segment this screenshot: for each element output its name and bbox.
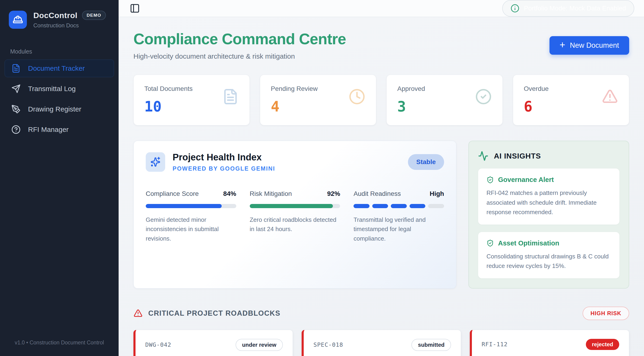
middle-row: Project Health Index POWERED BY GOOGLE G… — [134, 141, 629, 288]
app-title: DocControl — [33, 11, 77, 20]
plus-icon: + — [560, 40, 566, 50]
page-title: Compliance Command Centre — [134, 30, 346, 48]
metric-name: Compliance Score — [146, 190, 199, 197]
audit-segment — [428, 204, 444, 208]
ai-insights-panel: AI INSIGHTS Governance Alert — [468, 141, 629, 288]
new-document-label: New Document — [570, 41, 619, 50]
file-text-icon — [222, 85, 239, 115]
sidebar-item-drawing-register[interactable]: Drawing Register — [5, 100, 114, 118]
health-status-badge: Stable — [408, 154, 444, 170]
metric-name: Audit Readiness — [354, 190, 401, 197]
progress-track — [146, 204, 236, 208]
progress-fill — [146, 204, 222, 208]
brand: DocControl DEMO Construction Docs — [0, 0, 118, 37]
sidebar-item-document-tracker[interactable]: Document Tracker — [5, 60, 114, 77]
pen-tool-icon — [11, 105, 20, 114]
sidebar-nav: Document Tracker Transmittal Log — [0, 60, 118, 138]
alert-triangle-icon — [134, 309, 143, 318]
ai-card-title: Governance Alert — [498, 176, 554, 184]
stat-cards-row: Total Documents 10 Pending Review 4 — [134, 75, 629, 125]
topbar: Portfolio Mode: Mock Data Enabled — [118, 0, 644, 17]
sidebar-item-label: Drawing Register — [28, 105, 81, 113]
panel-left-icon — [130, 3, 140, 14]
modules-section-label: Modules — [0, 37, 118, 60]
sidebar-toggle-button[interactable] — [128, 2, 141, 15]
project-health-panel: Project Health Index POWERED BY GOOGLE G… — [134, 141, 456, 288]
send-icon — [11, 84, 20, 93]
sidebar-item-rfi-manager[interactable]: RFI Manager — [5, 121, 114, 138]
roadblocks-title: CRITICAL PROJECT ROADBLOCKS — [148, 309, 280, 317]
stat-card-overdue: Overdue 6 — [513, 75, 629, 125]
app-subtitle: Construction Docs — [33, 22, 106, 29]
main-area: Portfolio Mode: Mock Data Enabled Compli… — [118, 0, 644, 356]
audit-segment — [354, 204, 370, 208]
health-powered-by: POWERED BY GOOGLE GEMINI — [172, 165, 275, 172]
stat-label: Approved — [397, 85, 425, 93]
metric-description: Gemini detected minor inconsistencies in… — [146, 215, 236, 243]
ai-insight-card-asset-optimisation: Asset Optimisation Consolidating structu… — [478, 232, 620, 278]
metric-value: High — [430, 190, 444, 197]
health-title: Project Health Index — [172, 152, 275, 162]
audit-segment — [372, 204, 388, 208]
stat-label: Overdue — [524, 85, 548, 93]
progress-fill — [250, 204, 333, 208]
ai-card-body: RFI-042 matches a pattern previously ass… — [486, 188, 611, 217]
portfolio-mode-text: Portfolio Mode: Mock Data Enabled — [524, 5, 626, 12]
new-document-button[interactable]: + New Document — [550, 36, 629, 55]
brand-text: DocControl DEMO Construction Docs — [33, 11, 106, 29]
sidebar-item-label: Transmittal Log — [28, 85, 76, 93]
sidebar-footer-version: v1.0 • Construction Document Control — [0, 329, 118, 356]
demo-badge: DEMO — [82, 11, 106, 20]
help-circle-icon — [11, 125, 20, 134]
sidebar-item-label: Document Tracker — [28, 65, 85, 72]
sidebar-item-transmittal-log[interactable]: Transmittal Log — [5, 80, 114, 98]
metric-value: 84% — [223, 190, 236, 197]
clock-icon — [349, 85, 365, 115]
check-circle-icon — [475, 85, 492, 115]
progress-track — [250, 204, 340, 208]
stat-card-approved: Approved 3 — [386, 75, 503, 125]
roadblock-card-spec-018[interactable]: SPEC-018 submitted Waterproofing Membran… — [302, 330, 461, 356]
file-text-icon — [11, 64, 20, 73]
hard-hat-icon — [9, 11, 27, 29]
activity-icon — [478, 151, 488, 161]
portfolio-mode-pill: Portfolio Mode: Mock Data Enabled — [502, 0, 634, 17]
app-root: DocControl DEMO Construction Docs Module… — [0, 0, 644, 356]
ai-card-title: Asset Optimisation — [498, 239, 559, 247]
stat-card-pending-review: Pending Review 4 — [260, 75, 376, 125]
metric-description: Zero critical roadblocks detected in las… — [250, 215, 340, 234]
health-metrics: Compliance Score 84% Gemini detected min… — [146, 190, 444, 243]
metric-value: 92% — [327, 190, 340, 197]
document-id: DWG-042 — [145, 341, 171, 348]
page-header: Compliance Command Centre High-velocity … — [134, 30, 629, 60]
stat-label: Total Documents — [144, 85, 193, 93]
alert-triangle-icon — [602, 85, 618, 115]
sidebar: DocControl DEMO Construction Docs Module… — [0, 0, 118, 356]
stat-value: 10 — [144, 98, 193, 115]
document-id: RFI-112 — [482, 341, 508, 348]
ai-card-body: Consolidating structural drawings B & C … — [486, 252, 611, 271]
metric-risk-mitigation: Risk Mitigation 92% Zero critical roadbl… — [250, 190, 340, 243]
status-badge: under review — [236, 339, 283, 351]
stat-card-total-documents: Total Documents 10 — [134, 75, 250, 125]
status-badge: submitted — [412, 339, 451, 351]
ai-insights-title: AI INSIGHTS — [494, 152, 541, 160]
stat-value: 3 — [397, 98, 425, 115]
stat-value: 4 — [271, 98, 318, 115]
audit-segments — [354, 204, 444, 208]
page-header-text: Compliance Command Centre High-velocity … — [134, 30, 346, 60]
status-badge: rejected — [586, 339, 619, 350]
roadblocks-header: CRITICAL PROJECT ROADBLOCKS HIGH RISK — [134, 307, 629, 320]
roadblock-card-rfi-112[interactable]: RFI-112 rejected Steel Connection Detail… — [470, 330, 629, 356]
page-content: Compliance Command Centre High-velocity … — [118, 17, 644, 356]
ai-insight-card-governance: Governance Alert RFI-042 matches a patte… — [478, 169, 620, 225]
high-risk-badge: HIGH RISK — [582, 307, 629, 320]
stat-value: 6 — [524, 98, 548, 115]
metric-description: Transmittal log verified and timestamped… — [354, 215, 444, 243]
roadblock-cards-row: DWG-042 under review Level 3 Floor Plan … — [134, 330, 629, 356]
stat-label: Pending Review — [271, 85, 318, 93]
shield-check-icon — [486, 176, 494, 184]
roadblock-card-dwg-042[interactable]: DWG-042 under review Level 3 Floor Plan … — [134, 330, 293, 356]
audit-segment — [410, 204, 426, 208]
sparkles-icon — [146, 152, 165, 172]
